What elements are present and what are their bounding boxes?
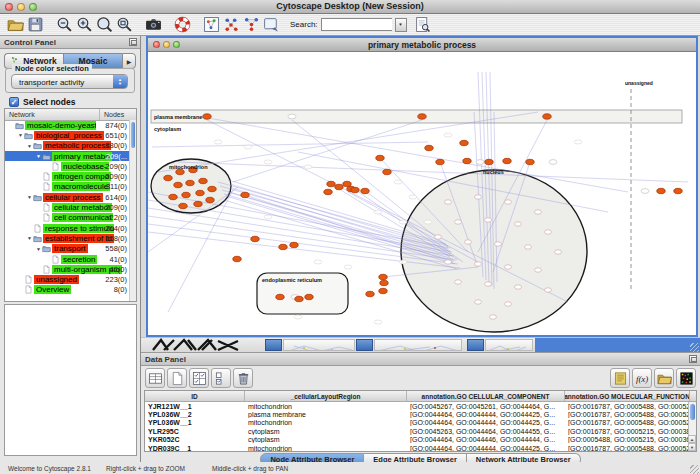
table-row[interactable]: YJR121W__1mitochondrion[GO:0045267, GO:0… [145,402,696,410]
minimized-window[interactable] [374,339,462,351]
tree-row[interactable]: macromolecule311(0) [5,182,129,192]
network-node[interactable] [208,186,216,191]
network-node[interactable] [455,220,462,224]
network-node[interactable] [436,159,444,164]
column-header[interactable]: annotation.GO MOLECULAR_FUNCTION [565,391,690,401]
network-node[interactable] [305,294,313,299]
network-node[interactable] [535,210,542,214]
network-node[interactable] [233,256,241,261]
tree-scrollbar-thumb[interactable] [131,122,135,148]
network-node[interactable] [366,291,374,296]
delete-attribute-button[interactable] [233,368,253,388]
network-node[interactable] [196,190,204,195]
import-attributes-button[interactable] [654,368,674,388]
attribute-matrix-button[interactable] [676,368,696,388]
network-node[interactable] [251,236,259,241]
network-overview-button[interactable] [201,15,221,34]
network-node[interactable] [169,194,177,199]
save-button[interactable] [25,15,45,34]
scroll-up-icon[interactable]: ▲ [688,435,696,443]
tree-row[interactable]: unassigned223(0) [5,274,129,284]
advanced-search-button[interactable] [413,15,433,34]
expand-arrow-icon[interactable]: ▼ [26,194,33,200]
table-row[interactable]: YPL036W__1mitochondrion[GO:0044464, GO:0… [145,419,696,427]
network-node[interactable] [203,114,211,119]
tree-row[interactable]: Overview8(0) [5,285,129,295]
layout-b-button[interactable] [241,15,261,34]
network-node[interactable] [445,200,452,204]
network-node[interactable] [425,145,433,150]
window-titlebar[interactable]: Cytoscape Desktop (New Session) [0,0,700,14]
network-node[interactable] [555,250,562,254]
tree-row[interactable]: nitrogen compo209(0) [5,171,129,181]
expand-arrow-icon[interactable]: ▼ [35,246,42,252]
table-row[interactable]: YDR039C__1mitochondrion[GO:0044464, GO:0… [145,444,696,452]
network-node[interactable] [241,192,249,197]
float-panel-icon[interactable] [129,38,137,46]
network-node[interactable] [475,195,482,199]
network-node[interactable] [505,302,512,306]
function-builder-button[interactable]: f(x) [632,368,652,388]
network-node[interactable] [179,203,187,208]
network-node[interactable] [279,244,287,249]
table-row[interactable]: YLR295Ccytoplasm[GO:0045263, GO:0044464,… [145,427,696,435]
tree-row[interactable]: ▼primary metabo209(... [5,151,129,161]
network-node[interactable] [343,181,351,186]
minimized-window[interactable] [485,339,533,351]
tree-row[interactable]: mosaic-demo-yeast874(0) [5,120,129,130]
network-node[interactable] [485,282,492,286]
layout-a-button[interactable] [221,15,241,34]
network-node[interactable] [657,188,665,193]
network-node[interactable] [327,181,335,186]
network-node[interactable] [199,178,207,183]
tree-row[interactable]: secretion41(0) [5,254,129,264]
network-node[interactable] [503,158,511,163]
tree-row[interactable]: nucleobase-209(0) [5,161,129,171]
zoom-out-button[interactable] [54,15,74,34]
resize-grip[interactable] [690,465,699,474]
network-node[interactable] [418,114,426,119]
table-row[interactable]: YPL036W__2plasma membrane[GO:0044464, GO… [145,410,696,418]
network-node[interactable] [288,114,296,119]
network-node[interactable] [526,159,534,164]
network-node[interactable] [505,200,512,204]
zoom-fit-button[interactable] [114,15,134,34]
network-node[interactable] [515,285,522,289]
minimized-window-icon[interactable] [356,339,373,351]
tree-row[interactable]: cell communicat22(0) [5,213,129,223]
expand-arrow-icon[interactable]: ▼ [17,132,24,138]
network-node[interactable] [335,184,343,189]
network-node[interactable] [674,188,682,193]
tree-row[interactable]: ▼transport558(0) [5,244,129,254]
network-node[interactable] [549,160,557,165]
network-node[interactable] [379,288,387,293]
network-node[interactable] [465,240,472,244]
help-ring-button[interactable] [172,15,192,34]
network-node[interactable] [525,245,532,249]
tree-scrollbar[interactable] [129,120,136,301]
tree-row[interactable]: multi-organism pro42(0) [5,264,129,274]
network-node[interactable] [351,187,359,192]
column-header[interactable]: ID [145,391,245,401]
snapshot-button[interactable] [143,15,163,34]
unselect-attributes-button[interactable] [211,368,231,388]
table-row[interactable]: YKR052Ccytoplasm[GO:0044464, GO:0044446,… [145,436,696,444]
network-node[interactable] [361,188,369,193]
minimized-window-icon[interactable] [265,339,282,351]
scroll-down-icon[interactable]: ▼ [688,443,696,451]
network-node[interactable] [475,300,482,304]
network-node[interactable] [543,114,551,119]
network-node[interactable] [164,175,172,180]
network-view-titlebar[interactable]: primary metabolic process [148,38,696,52]
network-node[interactable] [295,296,303,301]
network-node[interactable] [505,265,512,269]
zoom-in-button[interactable] [74,15,94,34]
select-attributes-button[interactable] [189,368,209,388]
network-node[interactable] [485,218,492,222]
tree-row[interactable]: response to stimulu264(0) [5,223,129,233]
network-node[interactable] [194,201,202,206]
network-node[interactable] [435,235,442,239]
network-node[interactable] [324,189,332,194]
network-node[interactable] [641,189,649,194]
network-node[interactable] [515,222,522,226]
